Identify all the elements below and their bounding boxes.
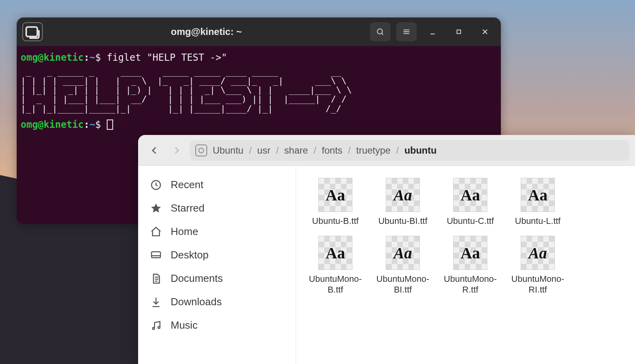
- font-thumbnail-icon: Aa: [453, 178, 487, 212]
- breadcrumb-segment[interactable]: usr: [257, 145, 270, 156]
- sidebar-item-music[interactable]: Music: [138, 314, 296, 337]
- breadcrumb-segment[interactable]: Ubuntu: [213, 145, 243, 156]
- file-name: Ubuntu-C.ttf: [447, 216, 494, 226]
- recent-icon: [150, 179, 162, 191]
- file-name: Ubuntu-L.ttf: [515, 216, 561, 226]
- sidebar-item-label: Desktop: [171, 249, 208, 261]
- file-name: UbuntuMono-RI.ttf: [505, 274, 570, 295]
- nav-forward-button[interactable]: [167, 141, 186, 160]
- terminal-title: omg@kinetic: ~: [48, 26, 364, 37]
- path-bar[interactable]: Ubuntu / usr / share / fonts / truetype …: [190, 140, 629, 161]
- breadcrumb-separator-icon: /: [249, 145, 252, 156]
- svg-point-1: [377, 29, 383, 34]
- sidebar-item-label: Home: [171, 225, 198, 238]
- breadcrumb-segment[interactable]: truetype: [356, 145, 391, 156]
- prompt-user: omg@kinetic: [21, 52, 84, 63]
- files-icon-view[interactable]: AaUbuntu-B.ttfAaUbuntu-BI.ttfAaUbuntu-C.…: [296, 166, 635, 364]
- file-item[interactable]: AaUbuntuMono-B.ttf: [302, 236, 369, 295]
- font-thumbnail-icon: Aa: [521, 236, 555, 270]
- font-thumbnail-icon: Aa: [318, 236, 352, 270]
- cursor-icon: [107, 119, 113, 130]
- new-tab-button[interactable]: [22, 22, 43, 41]
- files-headerbar: Ubuntu / usr / share / fonts / truetype …: [138, 135, 635, 166]
- figlet-output: _ _ _____ _ ____ _____ _____ ____ _____ …: [21, 67, 497, 113]
- font-thumbnail-icon: Aa: [386, 178, 420, 212]
- sidebar-item-downloads[interactable]: Downloads: [138, 290, 296, 314]
- minimize-button[interactable]: [422, 22, 443, 41]
- sidebar-item-label: Downloads: [171, 296, 222, 308]
- sidebar-item-recent[interactable]: Recent: [138, 173, 296, 196]
- file-name: Ubuntu-BI.ttf: [378, 216, 427, 226]
- file-name: Ubuntu-B.ttf: [312, 216, 358, 226]
- file-item[interactable]: AaUbuntu-L.ttf: [504, 178, 572, 226]
- breadcrumb-segment[interactable]: ubuntu: [404, 145, 437, 156]
- svg-rect-4: [152, 252, 161, 258]
- sidebar-item-label: Documents: [171, 272, 223, 285]
- files-sidebar: Recent Starred Home Desktop Documents Do…: [138, 166, 296, 364]
- maximize-button[interactable]: [448, 22, 469, 41]
- sidebar-item-label: Recent: [171, 179, 203, 191]
- breadcrumb-segment[interactable]: fonts: [322, 145, 343, 156]
- file-item[interactable]: AaUbuntuMono-BI.ttf: [369, 236, 437, 295]
- svg-rect-2: [457, 30, 460, 33]
- hamburger-menu-button[interactable]: [396, 22, 417, 41]
- sidebar-item-home[interactable]: Home: [138, 220, 296, 243]
- document-icon: [150, 273, 162, 285]
- sidebar-item-documents[interactable]: Documents: [138, 267, 296, 290]
- files-window: Ubuntu / usr / share / fonts / truetype …: [138, 135, 635, 364]
- star-icon: [150, 202, 162, 214]
- breadcrumb-separator-icon: /: [276, 145, 279, 156]
- terminal-titlebar: omg@kinetic: ~: [17, 17, 501, 46]
- prompt-path: ~: [89, 52, 95, 63]
- sidebar-item-desktop[interactable]: Desktop: [138, 243, 296, 267]
- file-item[interactable]: AaUbuntu-C.ttf: [437, 178, 504, 226]
- close-button[interactable]: [475, 22, 495, 41]
- svg-rect-0: [26, 27, 37, 37]
- search-button[interactable]: [370, 22, 391, 41]
- svg-point-6: [158, 326, 160, 328]
- download-icon: [150, 296, 162, 308]
- file-name: UbuntuMono-R.ttf: [438, 274, 503, 295]
- desktop-icon: [150, 249, 162, 261]
- file-item[interactable]: AaUbuntuMono-RI.ttf: [504, 236, 572, 295]
- font-thumbnail-icon: Aa: [453, 236, 487, 270]
- font-thumbnail-icon: Aa: [521, 178, 555, 212]
- music-icon: [150, 320, 162, 331]
- nav-back-button[interactable]: [145, 141, 164, 160]
- breadcrumb-segment[interactable]: share: [284, 145, 308, 156]
- file-name: UbuntuMono-BI.ttf: [370, 274, 435, 295]
- breadcrumb-separator-icon: /: [348, 145, 351, 156]
- home-icon: [150, 226, 162, 238]
- prompt-symbol: $: [95, 52, 101, 63]
- file-item[interactable]: AaUbuntu-BI.ttf: [369, 178, 437, 226]
- font-thumbnail-icon: Aa: [386, 236, 420, 270]
- sidebar-item-starred[interactable]: Starred: [138, 196, 296, 220]
- breadcrumb-separator-icon: /: [396, 145, 399, 156]
- file-item[interactable]: AaUbuntuMono-R.ttf: [437, 236, 504, 295]
- file-name: UbuntuMono-B.ttf: [303, 274, 368, 295]
- sidebar-item-label: Starred: [171, 202, 204, 214]
- disk-icon: [195, 144, 207, 156]
- font-thumbnail-icon: Aa: [318, 178, 352, 212]
- breadcrumb-separator-icon: /: [314, 145, 316, 156]
- command-text: figlet "HELP TEST ->": [107, 52, 227, 63]
- file-item[interactable]: AaUbuntu-B.ttf: [302, 178, 369, 226]
- sidebar-item-label: Music: [171, 319, 198, 331]
- svg-point-5: [152, 327, 154, 329]
